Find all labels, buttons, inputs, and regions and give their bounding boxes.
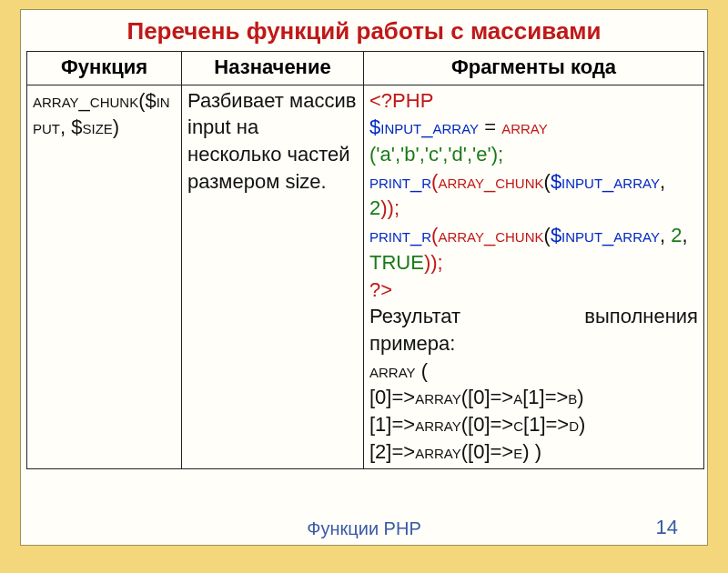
header-function: Функция bbox=[27, 52, 182, 85]
var-input-array: $INPUT_ARRAY bbox=[369, 116, 479, 138]
table-row: array_chunk($input, $size) Разбивает мас… bbox=[27, 85, 704, 469]
result-label-line1: Результат выполнения bbox=[369, 303, 698, 330]
arg-size-2: 2 bbox=[671, 224, 682, 246]
result-line-2: [1]=>Array([0]=>c[1]=>d) bbox=[369, 411, 698, 438]
slide-container: Перечень функций работы с массивами Функ… bbox=[20, 9, 708, 546]
functions-table: Функция Назначение Фрагменты кода array_… bbox=[26, 51, 704, 469]
code-line-3: ('a','b','c','d','e'); bbox=[369, 141, 698, 168]
print-r-call-2: PRINT_R bbox=[369, 224, 431, 246]
header-code: Фрагменты кода bbox=[364, 52, 704, 85]
footer-caption: Функции PHP bbox=[21, 518, 707, 539]
php-close-tag: ?> bbox=[369, 278, 392, 301]
function-signature: array_chunk($input, $size) bbox=[33, 89, 170, 139]
arg-input-1: $INPUT_ARRAY bbox=[551, 170, 660, 193]
array-open-word: Array ( bbox=[369, 359, 428, 382]
result-word-1: Результат bbox=[369, 303, 460, 330]
slide-title: Перечень функций работы с массивами bbox=[21, 10, 707, 51]
arg-input-2: $INPUT_ARRAY bbox=[551, 224, 660, 246]
close-2: )); bbox=[424, 251, 443, 274]
code-line-5: PRINT_R(ARRAY_CHUNK($INPUT_ARRAY, 2, TRU… bbox=[369, 222, 698, 276]
header-purpose: Назначение bbox=[182, 52, 364, 85]
table-header-row: Функция Назначение Фрагменты кода bbox=[27, 52, 704, 85]
php-open-tag: <?PHP bbox=[369, 89, 433, 112]
print-r-call-1: PRINT_R bbox=[369, 170, 431, 193]
arg-true: TRUE bbox=[369, 251, 424, 274]
paren-open-1b: ( bbox=[544, 170, 551, 193]
code-line-1: <?PHP bbox=[369, 87, 698, 115]
comma-1: , bbox=[660, 170, 665, 193]
code-line-6: ?> bbox=[369, 276, 698, 304]
result-line-1: [0]=>Array([0]=>a[1]=>b) bbox=[369, 384, 698, 411]
code-line-4: PRINT_R(ARRAY_CHUNK($INPUT_ARRAY, 2)); bbox=[369, 168, 698, 222]
result-word-2: выполнения bbox=[584, 303, 698, 330]
comma-2b: , bbox=[682, 224, 687, 246]
array-chunk-call-2: ARRAY_CHUNK bbox=[438, 224, 543, 246]
paren-open-2b: ( bbox=[544, 224, 551, 246]
array-chunk-call-1: ARRAY_CHUNK bbox=[438, 170, 543, 193]
arg-size-1: 2 bbox=[369, 196, 380, 219]
close-1: )); bbox=[380, 196, 399, 219]
comma-2a: , bbox=[660, 224, 671, 246]
cell-function: array_chunk($input, $size) bbox=[27, 85, 182, 469]
page-number: 14 bbox=[656, 516, 678, 539]
cell-code: <?PHP $INPUT_ARRAY = ARRAY ('a','b','c',… bbox=[364, 85, 704, 469]
result-label-line2: примера: bbox=[369, 330, 698, 357]
code-line-2: $INPUT_ARRAY = ARRAY bbox=[369, 114, 698, 141]
cell-description: Разбивает массив input на несколько част… bbox=[182, 85, 364, 469]
array-keyword: ARRAY bbox=[501, 116, 548, 138]
assign-op: = bbox=[479, 116, 501, 138]
result-line-3: [2]=>Array([0]=>e) ) bbox=[369, 438, 698, 466]
result-array-open: Array ( bbox=[369, 357, 698, 385]
array-literal: ('a','b','c','d','e'); bbox=[369, 143, 503, 166]
